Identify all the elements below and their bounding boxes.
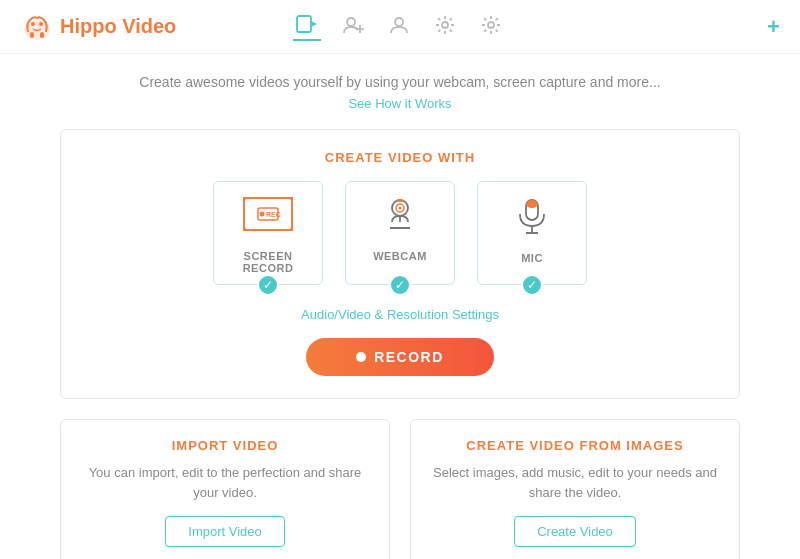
logo: Hippo Video: [20, 10, 176, 44]
header: Hippo Video: [0, 0, 800, 54]
svg-point-15: [260, 212, 265, 217]
nav-add-user[interactable]: [339, 13, 367, 41]
create-video-button[interactable]: Create Video: [514, 516, 636, 547]
import-video-card: IMPORT VIDEO You can import, edit to the…: [60, 419, 390, 559]
settings-link[interactable]: Audio/Video & Resolution Settings: [91, 307, 709, 322]
import-title: IMPORT VIDEO: [81, 438, 369, 453]
svg-rect-24: [526, 200, 538, 208]
screen-record-label: SCREEN RECORD: [224, 250, 312, 274]
webcam-label: WEBCAM: [356, 250, 444, 262]
record-options: REC SCREEN RECORD ✓: [91, 181, 709, 285]
webcam-option[interactable]: WEBCAM ✓: [345, 181, 455, 285]
bottom-cards: IMPORT VIDEO You can import, edit to the…: [60, 419, 740, 559]
mic-icon: [488, 196, 576, 244]
hippo-logo-icon: [20, 10, 54, 44]
record-dot-icon: [356, 352, 366, 362]
tagline: Create awesome videos yourself by using …: [60, 74, 740, 90]
screen-record-icon: REC: [224, 196, 312, 242]
svg-rect-22: [397, 199, 403, 202]
record-button-label: RECORD: [374, 349, 444, 365]
see-how-link[interactable]: See How it Works: [60, 96, 740, 111]
main-content: Create awesome videos yourself by using …: [0, 54, 800, 559]
mic-check: ✓: [521, 274, 543, 296]
svg-point-1: [31, 22, 35, 26]
svg-point-11: [442, 22, 448, 28]
main-nav: [293, 13, 505, 41]
create-images-card: CREATE VIDEO FROM IMAGES Select images, …: [410, 419, 740, 559]
create-images-desc: Select images, add music, edit to your n…: [431, 463, 719, 502]
svg-marker-6: [311, 21, 317, 27]
import-desc: You can import, edit to the perfection a…: [81, 463, 369, 502]
svg-point-7: [347, 18, 355, 26]
screen-record-option[interactable]: REC SCREEN RECORD ✓: [213, 181, 323, 285]
mic-label: MIC: [488, 252, 576, 264]
svg-rect-5: [297, 16, 311, 32]
screen-record-check: ✓: [257, 274, 279, 296]
svg-text:REC: REC: [266, 211, 281, 218]
svg-point-10: [395, 18, 403, 26]
create-video-card: CREATE VIDEO WITH REC: [60, 129, 740, 399]
svg-point-19: [399, 207, 402, 210]
logo-text: Hippo Video: [60, 15, 176, 38]
import-video-button[interactable]: Import Video: [165, 516, 284, 547]
nav-user[interactable]: [385, 13, 413, 41]
nav-settings[interactable]: [431, 13, 459, 41]
create-images-title: CREATE VIDEO FROM IMAGES: [431, 438, 719, 453]
webcam-icon: [356, 196, 444, 242]
svg-point-2: [39, 22, 43, 26]
svg-rect-3: [30, 32, 34, 38]
nav-advanced-settings[interactable]: [477, 13, 505, 41]
svg-point-12: [488, 22, 494, 28]
svg-rect-4: [40, 32, 44, 38]
mic-option[interactable]: MIC ✓: [477, 181, 587, 285]
create-video-title: CREATE VIDEO WITH: [91, 150, 709, 165]
add-button[interactable]: +: [767, 14, 780, 40]
record-button[interactable]: RECORD: [306, 338, 494, 376]
nav-video[interactable]: [293, 13, 321, 41]
webcam-check: ✓: [389, 274, 411, 296]
